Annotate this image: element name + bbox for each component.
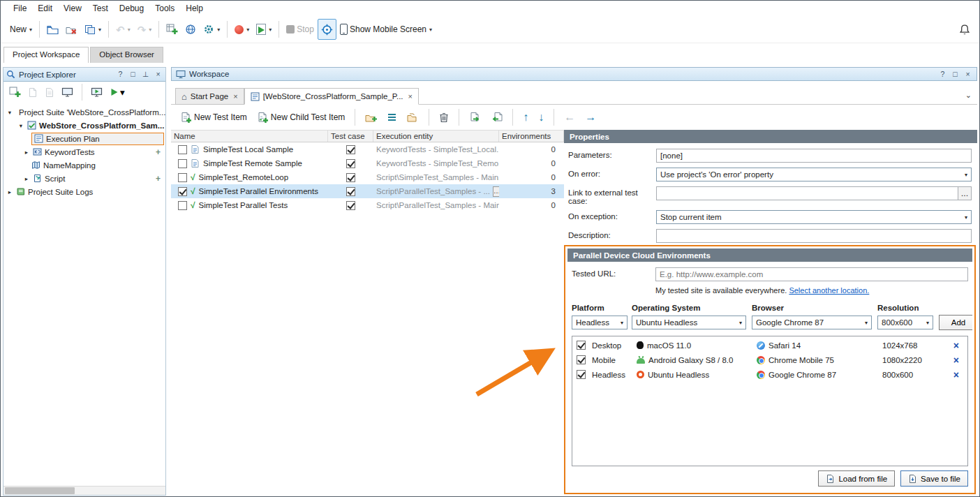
environment-row[interactable]: Mobile Android Galaxy S8 / 8.0 Chrome Mo…: [572, 353, 967, 367]
group-list-button[interactable]: [383, 107, 401, 128]
help-icon[interactable]: ?: [938, 71, 947, 78]
import-items-button[interactable]: [487, 107, 506, 128]
pin-icon[interactable]: ⊥: [141, 71, 150, 78]
horizontal-scrollbar[interactable]: [3, 486, 165, 495]
add-new-item-button[interactable]: [163, 19, 181, 40]
test-case-checkbox[interactable]: [346, 159, 355, 168]
selected-tree-item[interactable]: Execution Plan: [31, 133, 164, 145]
expand-icon[interactable]: ▾: [17, 122, 24, 129]
help-icon[interactable]: ?: [116, 71, 125, 78]
run-project-suite-button[interactable]: [89, 85, 105, 100]
browser-select[interactable]: Google Chrome 87 ▾: [752, 316, 872, 329]
add-environment-button[interactable]: Add: [939, 315, 972, 330]
item-enabled-checkbox[interactable]: [178, 145, 187, 154]
on-error-select[interactable]: Use project's 'On error' property ▾: [656, 168, 972, 181]
link-test-case-input[interactable]: [656, 186, 958, 200]
tools-gear-button[interactable]: ▾: [200, 19, 223, 40]
collapse-icon[interactable]: ▸: [23, 175, 30, 182]
column-environments[interactable]: Environments: [499, 131, 564, 142]
resolution-select[interactable]: 800x600 ▾: [877, 316, 933, 329]
outdent-button[interactable]: ←: [560, 107, 579, 128]
close-panel-icon[interactable]: ×: [154, 71, 163, 78]
menu-file[interactable]: File: [8, 1, 32, 15]
table-row[interactable]: SimpleTest Remote Sample KeywordTests - …: [171, 156, 564, 170]
tab-project-workspace[interactable]: Project Workspace: [3, 47, 89, 63]
remove-environment-icon[interactable]: ×: [953, 341, 967, 350]
tree-item-namemapping[interactable]: NameMapping: [3, 158, 165, 172]
item-enabled-checkbox[interactable]: [178, 187, 187, 196]
tested-url-input[interactable]: [655, 267, 968, 281]
column-execution-entity[interactable]: Execution entity: [373, 131, 499, 142]
copy-group-button[interactable]: [403, 107, 422, 128]
menu-view[interactable]: View: [58, 1, 87, 15]
table-row[interactable]: SimpleTest Local Sample KeywordTests - S…: [171, 142, 564, 156]
tab-list-chevron-icon[interactable]: ⌄: [965, 91, 972, 100]
platform-select[interactable]: Headless ▾: [572, 316, 628, 329]
menu-test[interactable]: Test: [87, 1, 114, 15]
new-item-button[interactable]: [26, 85, 40, 100]
item-enabled-checkbox[interactable]: [178, 201, 187, 210]
test-case-checkbox[interactable]: [346, 187, 355, 196]
remove-environment-icon[interactable]: ×: [953, 370, 967, 380]
run-button[interactable]: ▾: [253, 19, 275, 40]
save-to-file-button[interactable]: Save to file: [900, 470, 968, 487]
environment-checkbox[interactable]: [577, 355, 586, 364]
move-down-button[interactable]: ↓: [535, 107, 547, 128]
table-row[interactable]: √ SimpleTest Parallel Tests Script\Paral…: [171, 198, 564, 212]
table-row[interactable]: √ SimpleTest_RemoteLoop Script\SimpleTes…: [171, 170, 564, 184]
move-up-button[interactable]: ↑: [519, 107, 532, 128]
item-enabled-checkbox[interactable]: [178, 173, 187, 182]
test-case-checkbox[interactable]: [346, 145, 355, 154]
collapse-icon[interactable]: ▸: [23, 149, 30, 156]
environment-checkbox[interactable]: [577, 341, 586, 350]
menu-tools[interactable]: Tools: [149, 1, 180, 15]
test-case-checkbox[interactable]: [346, 173, 355, 182]
record-button[interactable]: ▾: [231, 19, 253, 40]
float-panel-icon[interactable]: □: [128, 71, 138, 78]
tab-start-page[interactable]: ⌂ Start Page ×: [175, 88, 244, 105]
on-exception-select[interactable]: Stop current item ▾: [656, 210, 972, 224]
item-enabled-checkbox[interactable]: [178, 159, 187, 168]
new-button[interactable]: New ▾: [6, 19, 36, 40]
menu-edit[interactable]: Edit: [32, 1, 58, 15]
undo-button[interactable]: ↶ ▾: [112, 19, 134, 40]
environment-row[interactable]: Desktop macOS 11.0 Safari 14 1024x768 ×: [572, 338, 967, 353]
tab-execution-plan[interactable]: [WebStore_CrossPlatform_Sample_P... ×: [244, 88, 419, 105]
add-group-button[interactable]: [362, 107, 380, 128]
add-child-icon[interactable]: +: [156, 174, 165, 184]
close-tab-icon[interactable]: ×: [408, 92, 413, 101]
delete-item-button[interactable]: [436, 107, 452, 128]
web-services-button[interactable]: [181, 19, 200, 40]
close-tab-icon[interactable]: ×: [233, 92, 237, 101]
tree-item-project-suite[interactable]: ▾ Project Suite 'WebStore_CrossPlatform.…: [3, 105, 165, 119]
show-mobile-screen-button[interactable]: Show Mobile Screen ▾: [336, 19, 436, 40]
link-browse-button[interactable]: …: [958, 186, 972, 200]
export-items-button[interactable]: [466, 107, 484, 128]
close-panel-icon[interactable]: ×: [963, 71, 972, 78]
select-location-link[interactable]: Select another location.: [789, 286, 869, 295]
parameters-input[interactable]: [656, 149, 972, 163]
tree-item-script[interactable]: ▸ Script +: [3, 172, 165, 185]
object-spy-toggle-button[interactable]: [318, 19, 336, 40]
tab-object-browser[interactable]: Object Browser: [90, 47, 163, 63]
collapse-icon[interactable]: ▸: [6, 188, 13, 195]
add-child-icon[interactable]: +: [156, 147, 165, 157]
run-options-button[interactable]: ▾: [107, 85, 127, 100]
new-child-test-item-button[interactable]: New Child Test Item: [253, 107, 348, 128]
table-row-selected[interactable]: √ SimpleTest Parallel Environments Scrip…: [171, 184, 564, 198]
expand-icon[interactable]: ▾: [6, 109, 13, 116]
column-name[interactable]: Name: [171, 131, 328, 142]
column-test-case[interactable]: Test case: [328, 131, 373, 142]
os-select[interactable]: Ubuntu Headless ▾: [632, 316, 746, 329]
save-all-button[interactable]: ▾: [81, 19, 105, 40]
scrollbar-thumb[interactable]: [5, 487, 75, 494]
indent-button[interactable]: →: [581, 107, 600, 128]
menu-debug[interactable]: Debug: [114, 1, 149, 15]
menu-help[interactable]: Help: [180, 1, 209, 15]
notifications-button[interactable]: [956, 19, 974, 40]
add-project-button[interactable]: [7, 84, 23, 100]
run-state-button[interactable]: [59, 85, 75, 100]
load-from-file-button[interactable]: Load from file: [818, 470, 895, 487]
close-file-button[interactable]: [62, 19, 81, 40]
float-panel-icon[interactable]: □: [951, 71, 960, 78]
